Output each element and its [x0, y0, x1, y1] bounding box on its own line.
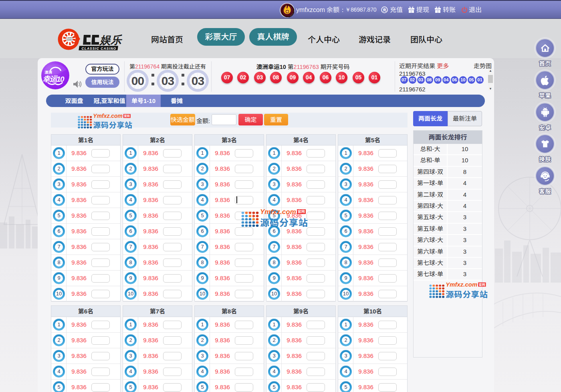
svg-text:娱乐: 娱乐 — [99, 31, 123, 47]
svg-text:CLASSIC CASINO: CLASSIC CASINO — [82, 47, 117, 51]
svg-text:充: 充 — [383, 8, 386, 12]
svg-text:CASINO: CASINO — [66, 39, 73, 41]
